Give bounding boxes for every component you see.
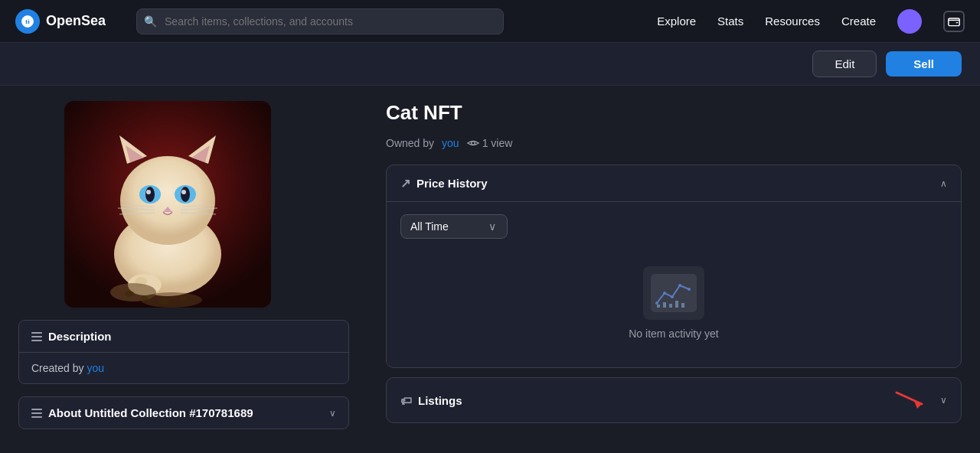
svg-point-27 <box>141 296 149 301</box>
price-history-header-left: ↗ Price History <box>400 176 488 191</box>
price-history-header[interactable]: ↗ Price History ∧ <box>387 165 961 201</box>
search-bar: 🔍 <box>136 8 504 34</box>
search-icon: 🔍 <box>144 15 157 28</box>
nft-image-inner <box>64 101 271 308</box>
listings-card: 🏷 Listings ∨ <box>386 377 962 423</box>
search-input[interactable] <box>136 8 504 34</box>
user-avatar[interactable] <box>897 9 922 34</box>
svg-point-38 <box>663 292 666 295</box>
time-filter-select[interactable]: All Time ∨ <box>400 214 508 239</box>
description-header-left: Description <box>31 330 112 343</box>
listings-header-left: 🏷 Listings <box>400 394 462 407</box>
svg-rect-34 <box>669 304 672 308</box>
svg-point-29 <box>179 296 187 301</box>
svg-rect-32 <box>657 305 660 308</box>
price-history-icon: ↗ <box>400 176 410 191</box>
svg-point-11 <box>145 187 155 202</box>
opensea-logo-icon <box>15 9 40 34</box>
nav-stats[interactable]: Stats <box>717 15 743 28</box>
red-arrow-indicator <box>893 389 931 412</box>
description-content: Created by you <box>19 352 348 383</box>
chart-placeholder-icon <box>643 266 704 320</box>
listings-label: Listings <box>418 394 462 407</box>
collection-header[interactable]: About Untitled Collection #170781689 ∨ <box>19 397 348 429</box>
svg-point-12 <box>181 187 190 202</box>
logo-text: OpenSea <box>46 13 106 29</box>
svg-point-4 <box>120 156 215 245</box>
svg-point-39 <box>671 295 674 298</box>
logo-area[interactable]: OpenSea <box>15 9 106 34</box>
price-history-card: ↗ Price History ∧ All Time ∨ <box>386 165 962 368</box>
listings-chevron-icon: ∨ <box>940 395 947 406</box>
collection-header-left: About Untitled Collection #170781689 <box>31 406 253 419</box>
description-header[interactable]: Description <box>19 321 348 352</box>
svg-rect-1 <box>949 18 959 26</box>
time-filter-chevron-icon: ∨ <box>488 220 496 233</box>
views-area: 1 view <box>467 137 513 149</box>
ownership-line: Owned by you 1 view <box>386 137 962 149</box>
nft-title: Cat NFT <box>386 101 962 125</box>
nft-image <box>64 101 271 308</box>
svg-rect-33 <box>663 302 666 308</box>
no-activity-text: No item activity yet <box>629 328 718 340</box>
collection-label: About Untitled Collection #170781689 <box>48 406 253 419</box>
price-history-chevron-icon: ∧ <box>940 178 947 189</box>
sell-button[interactable]: Sell <box>886 51 962 77</box>
views-count: 1 view <box>482 137 513 149</box>
svg-point-41 <box>688 288 691 291</box>
svg-point-26 <box>125 291 134 297</box>
nav-create[interactable]: Create <box>841 15 876 28</box>
svg-point-14 <box>181 190 186 194</box>
collection-chevron-icon: ∨ <box>329 408 336 419</box>
main-nav: Explore Stats Resources Create <box>657 9 965 34</box>
action-bar: Edit Sell <box>0 43 980 86</box>
listings-header[interactable]: 🏷 Listings ∨ <box>387 378 961 422</box>
svg-point-28 <box>158 298 169 305</box>
collection-section: About Untitled Collection #170781689 ∨ <box>18 396 349 429</box>
time-filter-value: All Time <box>410 220 449 233</box>
description-label: Description <box>48 330 112 343</box>
owned-by-link[interactable]: you <box>442 137 459 149</box>
left-panel: Description Created by you About Untitle… <box>0 86 368 453</box>
no-activity-area: No item activity yet <box>400 251 947 355</box>
created-by-prefix: Created by <box>31 362 87 374</box>
svg-point-13 <box>146 190 151 194</box>
edit-button[interactable]: Edit <box>812 51 877 77</box>
svg-point-25 <box>141 292 202 308</box>
svg-point-37 <box>655 301 658 305</box>
listings-right: ∨ <box>893 389 947 412</box>
wallet-icon[interactable] <box>943 11 965 32</box>
main-content: Description Created by you About Untitle… <box>0 86 980 453</box>
listings-icon: 🏷 <box>400 394 412 407</box>
nav-resources[interactable]: Resources <box>765 15 820 28</box>
price-history-body: All Time ∨ <box>387 201 961 367</box>
description-icon <box>31 332 42 341</box>
right-panel: Cat NFT Owned by you 1 view ↗ Price Hist… <box>368 86 980 453</box>
description-section: Description Created by you <box>18 320 349 384</box>
svg-rect-35 <box>675 301 678 308</box>
main-header: OpenSea 🔍 Explore Stats Resources Create <box>0 0 980 43</box>
price-history-label: Price History <box>416 177 488 190</box>
created-by-link[interactable]: you <box>87 362 104 374</box>
svg-rect-36 <box>681 303 684 308</box>
nav-explore[interactable]: Explore <box>657 15 696 28</box>
collection-icon <box>31 409 42 418</box>
svg-point-40 <box>678 284 681 287</box>
owned-by-prefix: Owned by <box>386 137 434 149</box>
